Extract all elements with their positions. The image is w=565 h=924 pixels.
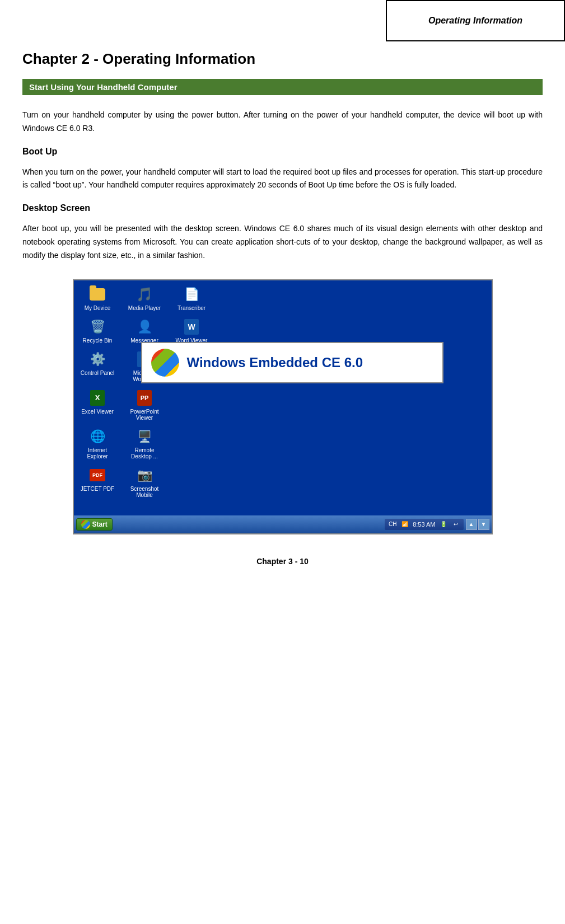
start-button[interactable]: Start: [76, 518, 113, 531]
intro-paragraph: Turn on your handheld computer by using …: [22, 109, 543, 135]
nav-btn-up[interactable]: ▲: [466, 519, 477, 530]
desktop-screen-text: After boot up, you will be presented wit…: [22, 222, 543, 262]
transcriber-icon: 📄: [183, 285, 200, 303]
media-player-icon: 🎵: [136, 285, 153, 303]
taskbar-tray: CH 📶 8:53 AM 🔋 ↩: [385, 519, 463, 530]
page-footer: Chapter 3 - 10: [22, 557, 543, 583]
network-icon: 📶: [400, 520, 409, 529]
chapter-title: Chapter 2 - Operating Information: [22, 50, 543, 68]
excel-viewer-label: Excel Viewer: [81, 409, 114, 415]
my-device-label: My Device: [85, 305, 111, 311]
footer-text: Chapter 3 - 10: [256, 557, 309, 566]
excel-viewer-icon: X: [88, 389, 106, 407]
ppt-viewer-icon: PP: [136, 389, 153, 407]
battery-icon: 🔋: [439, 520, 448, 529]
desktop-icon-excel-viewer[interactable]: X Excel Viewer: [77, 387, 119, 423]
windows-ce-dialog-text: Windows Embedded CE 6.0: [187, 355, 363, 370]
desktop-icon-my-device[interactable]: My Device: [77, 283, 119, 313]
desktop-icon-blank2: [171, 387, 213, 423]
back-icon: ↩: [451, 520, 460, 529]
windows-ce-logo: [151, 349, 179, 377]
blank-icon-3: [183, 428, 200, 445]
desktop-icons-grid: My Device 🎵 Media Player 📄 Transcriber: [74, 280, 492, 503]
remote-desktop-icon: 🖥️: [136, 428, 153, 445]
windows-logo-small: [81, 520, 90, 529]
messenger-icon: 👤: [136, 318, 153, 336]
desktop-icon-blank3: [171, 425, 213, 462]
my-device-icon: [88, 285, 106, 303]
ch-label: CH: [388, 520, 397, 529]
jetcet-pdf-icon: PDF: [88, 466, 106, 484]
screenshot-mobile-icon: 📷: [136, 466, 153, 484]
desktop-icon-transcriber[interactable]: 📄 Transcriber: [171, 283, 213, 313]
media-player-label: Media Player: [128, 305, 161, 311]
blank-icon-2: [183, 389, 200, 407]
transcriber-label: Transcriber: [178, 305, 206, 311]
header-tab-label: Operating Information: [428, 16, 522, 26]
desktop-icon-recycle-bin[interactable]: 🗑️ Recycle Bin: [77, 316, 119, 346]
control-panel-label: Control Panel: [81, 370, 115, 376]
taskbar-time: 8:53 AM: [413, 521, 435, 528]
boot-up-text: When you turn on the power, your handhel…: [22, 166, 543, 193]
win-desktop: My Device 🎵 Media Player 📄 Transcriber: [74, 280, 492, 515]
word-viewer-icon: W: [183, 318, 200, 336]
ie-icon: 🌐: [88, 428, 106, 445]
blank-icon-4: [183, 466, 200, 484]
desktop-icon-media-player[interactable]: 🎵 Media Player: [124, 283, 166, 313]
desktop-screen-subtitle: Desktop Screen: [22, 203, 543, 213]
main-content: Chapter 2 - Operating Information Start …: [0, 0, 565, 616]
ppt-viewer-label: PowerPoint Viewer: [126, 409, 164, 421]
desktop-icon-remote-desktop[interactable]: 🖥️ Remote Desktop ...: [124, 425, 166, 462]
desktop-icon-ppt-viewer[interactable]: PP PowerPoint Viewer: [124, 387, 166, 423]
screenshot-mobile-label: Screenshot Mobile: [126, 486, 164, 498]
header-tab: Operating Information: [386, 0, 565, 41]
desktop-icon-ie[interactable]: 🌐 Internet Explorer: [77, 425, 119, 462]
recycle-bin-icon: 🗑️: [88, 318, 106, 336]
recycle-bin-label: Recycle Bin: [83, 337, 113, 344]
remote-desktop-label: Remote Desktop ...: [126, 447, 164, 459]
windows-ce-dialog: Windows Embedded CE 6.0: [141, 342, 443, 383]
desktop-icon-blank4: [171, 464, 213, 500]
taskbar-nav-buttons: ▲ ▼: [466, 519, 489, 530]
desktop-icon-control-panel[interactable]: ⚙️ Control Panel: [77, 348, 119, 384]
ie-label: Internet Explorer: [79, 447, 116, 459]
desktop-icon-messenger[interactable]: 👤 Messenger: [124, 316, 166, 346]
boot-up-subtitle: Boot Up: [22, 147, 543, 157]
section-bar: Start Using Your Handheld Computer: [22, 79, 543, 95]
control-panel-icon: ⚙️: [88, 350, 106, 368]
desktop-icon-jetcet-pdf[interactable]: PDF JETCET PDF: [77, 464, 119, 500]
nav-btn-down[interactable]: ▼: [478, 519, 489, 530]
start-button-label: Start: [92, 520, 108, 528]
jetcet-pdf-label: JETCET PDF: [81, 486, 114, 492]
desktop-icon-word-viewer[interactable]: W Word Viewer: [171, 316, 213, 346]
desktop-icon-screenshot-mobile[interactable]: 📷 Screenshot Mobile: [124, 464, 166, 500]
win-taskbar: Start CH 📶 8:53 AM 🔋 ↩ ▲ ▼: [74, 515, 492, 533]
screenshot-container: My Device 🎵 Media Player 📄 Transcriber: [73, 279, 493, 534]
